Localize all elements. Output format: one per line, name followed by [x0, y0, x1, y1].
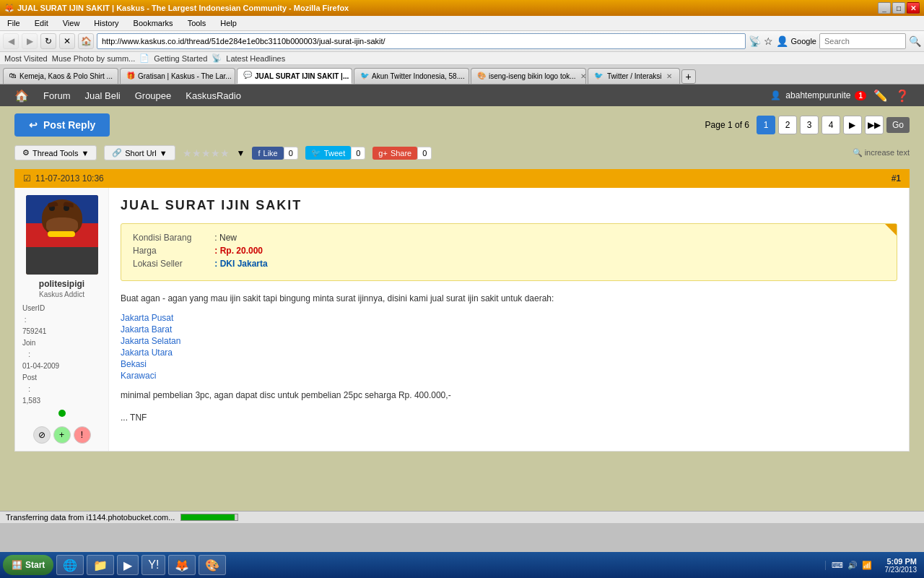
page-3-button[interactable]: 3	[800, 116, 819, 134]
location-link-jakarta-barat[interactable]: Jakarta Barat	[121, 324, 897, 335]
stop-button[interactable]: ✕	[59, 33, 75, 49]
tabs-bar: 🛍 Kemeja, Kaos & Polo Shirt ... ✕ 🎁 Grat…	[0, 65, 924, 85]
gplus-share-button[interactable]: g+ Share	[372, 147, 417, 160]
next-page-button[interactable]: ▶	[843, 116, 862, 134]
post-reply-button[interactable]: ↩ Post Reply	[14, 113, 110, 137]
menu-view[interactable]: View	[58, 17, 84, 29]
nav-jual-beli[interactable]: Jual Beli	[85, 90, 121, 101]
tab1-close[interactable]: ✕	[116, 72, 118, 80]
forward-button[interactable]: ▶	[22, 33, 38, 49]
menu-tools[interactable]: Tools	[183, 17, 211, 29]
username-display[interactable]: abahtempurunite	[785, 90, 850, 100]
bookmark-latest-headlines[interactable]: Latest Headlines	[226, 54, 285, 63]
menu-file[interactable]: File	[3, 17, 25, 29]
tab5-close[interactable]: ✕	[579, 72, 586, 80]
address-bar[interactable]	[97, 33, 746, 49]
tweet-button[interactable]: 🐦 Tweet	[305, 146, 351, 160]
short-url-button[interactable]: 🔗 Short Url ▼	[104, 145, 175, 160]
nav-bar: ◀ ▶ ↻ ✕ 🏠 📡 ☆ 👤 Google 🔍	[0, 31, 924, 52]
search-input[interactable]	[819, 33, 906, 49]
home-button[interactable]: 🏠	[78, 33, 94, 49]
like-label: Like	[263, 149, 278, 158]
bookmark-icon: 📄	[139, 53, 149, 63]
bookmark-star-icon[interactable]: ☆	[764, 35, 773, 47]
back-button[interactable]: ◀	[3, 33, 19, 49]
maximize-button[interactable]: □	[892, 2, 905, 14]
new-tab-button[interactable]: +	[681, 69, 696, 84]
thread-tools-button[interactable]: ⚙ Thread Tools ▼	[14, 145, 97, 160]
last-page-button[interactable]: ▶▶	[865, 116, 884, 134]
minimize-button[interactable]: _	[878, 2, 891, 14]
nav-kaskus-radio[interactable]: KaskusRadio	[186, 90, 241, 101]
nav-groupee[interactable]: Groupee	[135, 90, 172, 101]
twitter-section: 🐦 Tweet 0	[305, 146, 365, 160]
share-label: Share	[391, 149, 411, 158]
tab6-close[interactable]: ✕	[665, 72, 674, 80]
search-icon[interactable]: 🔍	[909, 35, 921, 47]
bookmark-most-visited[interactable]: Most Visited	[4, 54, 48, 63]
search-engine-label: Google	[791, 37, 816, 46]
go-button[interactable]: Go	[886, 117, 910, 133]
increase-text-button[interactable]: 🔍 increase text	[853, 148, 910, 158]
status-text: Transferring data from i1144.photobucket…	[6, 513, 175, 522]
tab-4[interactable]: 🐦 Akun Twitter Indonesia, 58.... ✕	[354, 68, 469, 84]
close-button[interactable]: ✕	[907, 2, 920, 14]
tab3-close[interactable]: ✕	[352, 72, 352, 80]
tab4-close[interactable]: ✕	[468, 72, 469, 80]
condition-val: : New	[214, 233, 237, 243]
notification-badge[interactable]: 1	[855, 91, 866, 100]
post-username[interactable]: politesipigi	[22, 279, 101, 289]
page-label: Page 1 of 6	[705, 120, 749, 130]
user-block-button[interactable]: ⊘	[33, 426, 51, 444]
site-logo[interactable]: 🏠	[14, 89, 29, 103]
menu-edit[interactable]: Edit	[30, 17, 53, 29]
tab6-favicon: 🐦	[594, 72, 604, 82]
user-avatar-icon: 👤	[770, 90, 781, 100]
page-1-button[interactable]: 1	[757, 116, 775, 134]
help-icon[interactable]: ❓	[895, 89, 910, 103]
post-body: politesipigi Kaskus Addict UserID : 7592…	[14, 188, 910, 452]
page-2-button[interactable]: 2	[778, 116, 797, 134]
status-text-area: Transferring data from i1144.photobucket…	[6, 513, 238, 522]
link-icon: 🔗	[112, 148, 122, 158]
page-4-button[interactable]: 4	[821, 116, 840, 134]
tab-3-active[interactable]: 💬 JUAL SURAT IJIN SAKIT |... ✕	[237, 68, 352, 84]
menu-bookmarks[interactable]: Bookmarks	[129, 17, 178, 29]
star-chevron[interactable]: ▼	[237, 148, 245, 158]
increase-text-label: increase text	[865, 148, 910, 157]
user-icon: 👤	[776, 35, 788, 47]
facebook-like-button[interactable]: f Like	[252, 147, 283, 160]
nav-forum[interactable]: Forum	[43, 90, 71, 101]
firefox-icon: 🦊	[4, 4, 14, 13]
bookmark-getting-started[interactable]: Getting Started	[154, 54, 207, 63]
location-label: Lokasi Seller	[133, 259, 212, 269]
reload-button[interactable]: ↻	[40, 33, 56, 49]
tab-5[interactable]: 🎨 iseng-iseng bikin logo tok... ✕	[471, 68, 586, 84]
userid-row: UserID : 759241	[22, 303, 101, 337]
menu-history[interactable]: History	[90, 17, 123, 29]
user-add-button[interactable]: +	[53, 426, 71, 444]
bookmark-muse-photo[interactable]: Muse Photo by summ...	[52, 54, 136, 63]
menu-help[interactable]: Help	[216, 17, 241, 29]
toolbar-row: ↩ Post Reply Page 1 of 6 1 2 3 4 ▶ ▶▶ Go	[14, 113, 910, 137]
location-link-bekasi[interactable]: Bekasi	[121, 359, 897, 369]
location-link-karawaci[interactable]: Karawaci	[121, 371, 897, 381]
bookmarks-bar: Most Visited Muse Photo by summ... 📄 Get…	[0, 52, 924, 65]
tab-2[interactable]: 🎁 Gratisan | Kaskus - The Lar... ✕	[120, 68, 235, 84]
edit-icon[interactable]: ✏️	[873, 89, 888, 103]
thread-tools-label: Thread Tools	[32, 149, 78, 158]
location-link-jakarta-pusat[interactable]: Jakarta Pusat	[121, 313, 897, 323]
rating-stars[interactable]: ★★★★★	[183, 147, 230, 159]
post-header: ☑ 11-07-2013 10:36 #1	[14, 169, 910, 188]
post-reply-label: Post Reply	[43, 119, 95, 131]
tab2-close[interactable]: ✕	[235, 72, 235, 80]
tab-6[interactable]: 🐦 Twitter / Interaksi ✕	[588, 68, 680, 84]
user-report-button[interactable]: !	[74, 426, 91, 444]
tab2-label: Gratisan | Kaskus - The Lar...	[138, 72, 232, 80]
location-link-jakarta-utara[interactable]: Jakarta Utara	[121, 348, 897, 358]
join-val: 01-04-2009	[22, 361, 101, 372]
user-rank: Kaskus Addict	[22, 290, 101, 298]
tab-1[interactable]: 🛍 Kemeja, Kaos & Polo Shirt ... ✕	[3, 68, 118, 84]
thread-toolbar: ⚙ Thread Tools ▼ 🔗 Short Url ▼ ★★★★★ ▼ f…	[14, 142, 910, 163]
location-link-jakarta-selatan[interactable]: Jakarta Selatan	[121, 336, 897, 346]
